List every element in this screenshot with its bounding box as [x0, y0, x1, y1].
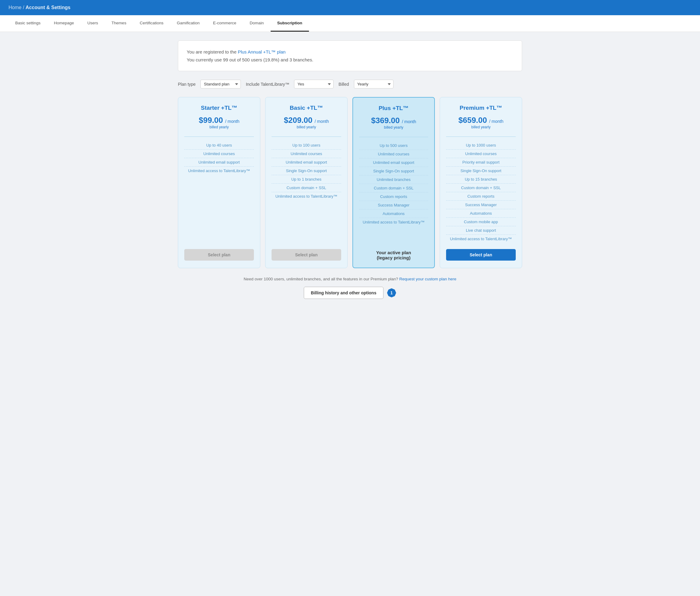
plan-price-basic: $209.00 / month — [284, 116, 329, 125]
info-line2: You currently use 99 out of 500 users (1… — [187, 56, 513, 64]
select-plan-starter-button[interactable]: Select plan — [184, 249, 254, 260]
feature: Automations — [446, 209, 516, 218]
plan-action-plus: Your active plan(legacy pricing) — [359, 244, 428, 260]
billing-history-wrapper: Billing history and other options 1 — [178, 287, 522, 299]
plan-billed-basic: billed yearly — [297, 125, 316, 129]
feature: Unlimited courses — [446, 150, 516, 158]
plan-card-starter: Starter +TL™ $99.00 / month billed yearl… — [178, 97, 260, 268]
plan-type-select[interactable]: Standard plan Enterprise plan — [200, 80, 241, 89]
main-content: You are registered to the Plus Annual +T… — [171, 32, 529, 314]
plan-features-plus: Up to 500 users Unlimited courses Unlimi… — [359, 141, 428, 238]
include-tl-select[interactable]: Yes No — [294, 80, 333, 89]
plan-features-starter: Up to 40 users Unlimited courses Unlimit… — [184, 141, 254, 243]
feature: Single Sign-On support — [446, 167, 516, 175]
tab-users[interactable]: Users — [81, 15, 105, 32]
plan-price-plus: $369.00 / month — [371, 116, 416, 125]
active-plan-label: Your active plan(legacy pricing) — [359, 250, 428, 260]
plan-billed-starter: billed yearly — [209, 125, 229, 129]
feature: Custom mobile app — [446, 218, 516, 226]
feature: Custom domain + SSL — [272, 184, 341, 192]
footer-note: Need over 1000 users, unlimited branches… — [178, 277, 522, 281]
current-plan-name: Plus Annual +TL™ plan — [238, 49, 285, 54]
billed-select[interactable]: Yearly Monthly — [354, 80, 394, 89]
feature: Up to 15 branches — [446, 175, 516, 184]
registration-info-box: You are registered to the Plus Annual +T… — [178, 41, 522, 71]
feature: Custom domain + SSL — [446, 184, 516, 192]
feature: Unlimited email support — [184, 158, 254, 167]
top-header: Home / Account & Settings — [0, 0, 700, 15]
info-line1: You are registered to the Plus Annual +T… — [187, 48, 513, 56]
feature: Unlimited courses — [184, 150, 254, 158]
tab-themes[interactable]: Themes — [105, 15, 133, 32]
plan-billed-premium: billed yearly — [471, 125, 491, 129]
plan-price-starter: $99.00 / month — [199, 116, 239, 125]
tab-certifications[interactable]: Certifications — [133, 15, 170, 32]
feature: Custom reports — [446, 192, 516, 201]
plan-type-label: Plan type — [178, 82, 196, 86]
feature: Unlimited courses — [272, 150, 341, 158]
breadcrumb: Home / Account & Settings — [8, 5, 71, 10]
billed-label: Billed — [339, 82, 349, 86]
select-plan-premium-button[interactable]: Select plan — [446, 249, 516, 260]
feature: Success Manager — [446, 201, 516, 209]
plan-price-premium: $659.00 / month — [458, 116, 504, 125]
feature: Up to 100 users — [272, 141, 341, 150]
breadcrumb-separator: / — [22, 5, 26, 10]
tab-gamification[interactable]: Gamification — [170, 15, 206, 32]
feature: Single Sign-On support — [272, 167, 341, 175]
tab-homepage[interactable]: Homepage — [47, 15, 81, 32]
feature: Success Manager — [359, 201, 428, 209]
billing-history-button[interactable]: Billing history and other options — [304, 287, 383, 299]
feature: Priority email support — [446, 158, 516, 167]
breadcrumb-home[interactable]: Home — [8, 5, 22, 10]
plan-features-premium: Up to 1000 users Unlimited courses Prior… — [446, 141, 516, 243]
feature: Unlimited courses — [359, 150, 428, 158]
feature: Single Sign-On support — [359, 167, 428, 175]
feature: Up to 500 users — [359, 141, 428, 150]
plan-features-basic: Up to 100 users Unlimited courses Unlimi… — [272, 141, 341, 243]
plans-grid: Starter +TL™ $99.00 / month billed yearl… — [178, 97, 522, 268]
feature: Custom domain + SSL — [359, 184, 428, 193]
plan-title-basic: Basic +TL™ — [290, 105, 323, 111]
feature: Unlimited access to TalentLibrary™ — [359, 218, 428, 226]
tab-domain[interactable]: Domain — [243, 15, 271, 32]
plan-action-starter: Select plan — [184, 249, 254, 260]
tab-basic-settings[interactable]: Basic settings — [8, 15, 47, 32]
feature: Custom reports — [359, 193, 428, 201]
feature: Unlimited branches — [359, 175, 428, 184]
feature: Unlimited access to TalentLibrary™ — [446, 235, 516, 243]
feature: Up to 40 users — [184, 141, 254, 150]
feature: Up to 1 branches — [272, 175, 341, 184]
plan-action-basic: Select plan — [272, 249, 341, 260]
plan-card-premium: Premium +TL™ $659.00 / month billed year… — [440, 97, 522, 268]
feature: Unlimited email support — [272, 158, 341, 167]
feature: Unlimited email support — [359, 158, 428, 167]
plan-card-basic: Basic +TL™ $209.00 / month billed yearly… — [265, 97, 348, 268]
plan-action-premium: Select plan — [446, 249, 516, 260]
feature: Automations — [359, 209, 428, 218]
feature: Up to 1000 users — [446, 141, 516, 150]
plan-title-plus: Plus +TL™ — [379, 105, 409, 111]
select-plan-basic-button[interactable]: Select plan — [272, 249, 341, 260]
plan-billed-plus: billed yearly — [384, 125, 403, 129]
include-tl-label: Include TalentLibrary™ — [246, 82, 289, 86]
tab-ecommerce[interactable]: E-commerce — [206, 15, 243, 32]
plan-card-plus: Plus +TL™ $369.00 / month billed yearly … — [352, 97, 435, 268]
plan-controls: Plan type Standard plan Enterprise plan … — [178, 80, 522, 89]
feature: Live chat support — [446, 226, 516, 235]
plan-title-starter: Starter +TL™ — [201, 105, 238, 111]
breadcrumb-current: Account & Settings — [26, 5, 71, 10]
tab-subscription[interactable]: Subscription — [271, 15, 309, 32]
notification-badge: 1 — [387, 288, 396, 297]
feature: Unlimited access to TalentLibrary™ — [184, 167, 254, 175]
feature: Unlimited access to TalentLibrary™ — [272, 192, 341, 200]
nav-tabs: Basic settings Homepage Users Themes Cer… — [0, 15, 700, 32]
custom-plan-link[interactable]: Request your custom plan here — [399, 277, 456, 281]
plan-title-premium: Premium +TL™ — [460, 105, 502, 111]
